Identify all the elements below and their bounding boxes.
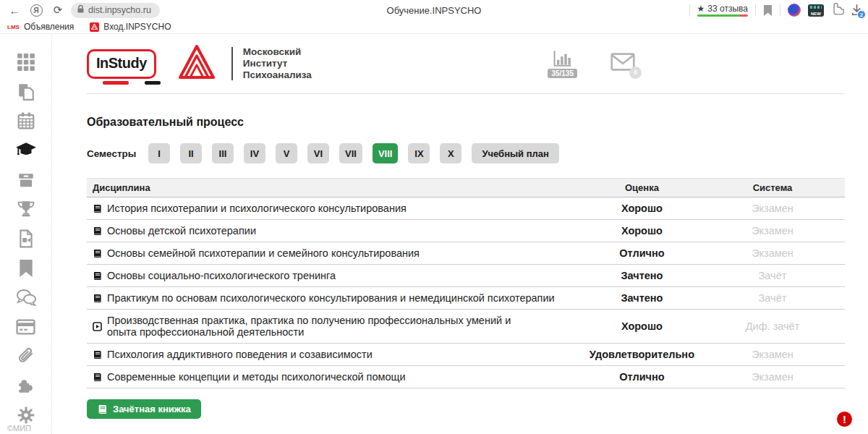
system-value: Диф. зачёт (700, 310, 845, 344)
download-count-badge: 2 (857, 10, 866, 19)
yandex-icon[interactable]: Я (27, 1, 45, 19)
rating-bar (697, 14, 748, 17)
discipline-link[interactable]: Основы детской психотерапии (93, 225, 578, 237)
grades-table: Дисциплина Оценка Система История психот… (87, 178, 845, 388)
sidebar: ©МИП (0, 34, 52, 434)
instudy-logo[interactable]: InStudy (87, 49, 156, 79)
table-row: Основы социально-психологического тренин… (87, 265, 845, 287)
semester-tab-9[interactable]: IX (408, 143, 430, 163)
documents-icon[interactable] (15, 81, 37, 103)
semester-tab-5[interactable]: V (276, 143, 297, 163)
extension-glove-icon[interactable] (831, 3, 844, 18)
extension-browser-icon[interactable] (788, 4, 801, 17)
bookmark-announcements[interactable]: LMS Объявления (7, 22, 74, 32)
browser-toolbar: ← Я ⟳ dist.inpsycho.ru Обучение.INPSYCHO… (0, 0, 868, 20)
discipline-link[interactable]: Практикум по основам психологического ко… (93, 292, 578, 304)
semester-tab-10[interactable]: X (440, 143, 461, 163)
discipline-link[interactable]: Основы семейной психотерапии и семейного… (93, 247, 578, 259)
table-row: История психотерапии и психологического … (87, 197, 845, 220)
alert-icon[interactable]: ! (837, 412, 852, 427)
bookmarks-bar: LMS Объявления Вход.INPSYCHO (0, 20, 868, 34)
grid-icon[interactable] (15, 51, 37, 73)
attachments-icon[interactable] (15, 346, 37, 367)
archive-icon[interactable] (15, 169, 37, 191)
main-content: InStudy Московский Институт Психоанализа… (52, 34, 868, 434)
discipline-link[interactable]: Производственная практика, практика по п… (93, 315, 541, 338)
bookmark-login-inpsycho[interactable]: Вход.INPSYCHO (90, 22, 171, 32)
semester-tab-1[interactable]: I (148, 143, 170, 163)
downloads-icon[interactable]: 2 (851, 4, 862, 16)
education-icon[interactable] (15, 140, 37, 161)
grade-value: Зачтено (584, 265, 700, 287)
discipline-link[interactable]: Современные концепции и методы психологи… (93, 371, 578, 383)
table-row: Основы детской психотерапии Хорошо Экзам… (87, 220, 845, 242)
book-icon (93, 226, 102, 236)
instudy-logo-text: InStudy (87, 49, 156, 79)
app-header: InStudy Московский Институт Психоанализа… (87, 44, 845, 94)
divider (755, 4, 756, 16)
system-value: Зачёт (700, 265, 845, 287)
page: ← Я ⟳ dist.inpsycho.ru Обучение.INPSYCHO… (0, 0, 868, 434)
semester-tab-4[interactable]: IV (244, 143, 265, 163)
system-value: Экзамен (700, 344, 845, 366)
lock-icon (77, 4, 85, 16)
divider (780, 4, 780, 16)
play-icon (93, 322, 102, 331)
reviews-widget[interactable]: ★ 33 отзыва (697, 4, 748, 17)
refresh-icon[interactable]: ⟳ (49, 1, 67, 19)
divider (231, 47, 233, 80)
grade-value: Удовлетворительно (584, 344, 700, 366)
bookmark-icon[interactable] (15, 258, 37, 279)
collections-flag-icon[interactable] (763, 5, 773, 16)
gradebook-button[interactable]: Зачётная книжка (87, 399, 201, 419)
discipline-link[interactable]: Психология аддиктивного поведения и соза… (93, 349, 578, 360)
messages-icon[interactable] (15, 287, 37, 309)
semester-tab-6[interactable]: VI (307, 143, 329, 163)
table-header-row: Дисциплина Оценка Система (87, 179, 845, 197)
discipline-link[interactable]: История психотерапии и психологического … (93, 203, 578, 214)
institute-name: Московский Институт Психоанализа (243, 46, 337, 81)
mail-widget[interactable]: 0 (610, 53, 635, 74)
book-icon (93, 373, 102, 382)
semester-tab-8-active[interactable]: VIII (373, 143, 399, 163)
payments-icon[interactable] (15, 316, 37, 338)
table-row: Современные концепции и методы психологи… (87, 366, 845, 388)
lms-icon: LMS (7, 24, 20, 30)
system-value: Экзамен (700, 242, 845, 265)
address-bar[interactable]: dist.inpsycho.ru (71, 3, 160, 18)
semester-tab-7[interactable]: VII (339, 143, 362, 163)
back-icon[interactable]: ← (6, 1, 23, 19)
extension-new-icon[interactable]: NEW (808, 4, 824, 17)
semester-tab-2[interactable]: II (180, 143, 202, 163)
integrations-icon[interactable] (15, 375, 37, 397)
triangle-favicon (90, 22, 99, 32)
settings-icon[interactable] (15, 404, 37, 426)
curriculum-button[interactable]: Учебный план (472, 143, 558, 163)
rating-widget[interactable]: 35/135 (548, 50, 577, 78)
trophy-icon[interactable] (15, 198, 37, 220)
reviews-count: 33 отзыва (707, 4, 748, 14)
semesters-label: Семестры (87, 148, 148, 159)
table-row: Производственная практика, практика по п… (87, 310, 845, 344)
book-icon (93, 204, 102, 213)
book-icon (97, 404, 108, 414)
system-value: Экзамен (700, 220, 845, 242)
book-icon (93, 271, 102, 281)
book-icon (93, 350, 102, 359)
grade-value: Отлично (584, 366, 700, 388)
url-text: dist.inpsycho.ru (88, 5, 151, 15)
discipline-link[interactable]: Основы социально-психологического тренин… (93, 270, 578, 281)
system-value: Зачёт (700, 287, 845, 310)
grade-value: Хорошо (584, 220, 700, 242)
video-lessons-icon[interactable] (15, 228, 37, 250)
semester-tab-3[interactable]: III (212, 143, 234, 163)
calendar-icon[interactable] (15, 110, 37, 132)
page-heading: Образовательный процесс (87, 116, 845, 129)
grade-value: Отлично (584, 242, 700, 265)
mail-count-badge: 0 (629, 67, 642, 79)
rating-badge: 35/135 (548, 69, 577, 78)
col-discipline: Дисциплина (87, 179, 584, 197)
table-row: Психология аддиктивного поведения и соза… (87, 344, 845, 366)
system-value: Экзамен (700, 197, 845, 220)
copyright-label: ©МИП (7, 424, 31, 433)
